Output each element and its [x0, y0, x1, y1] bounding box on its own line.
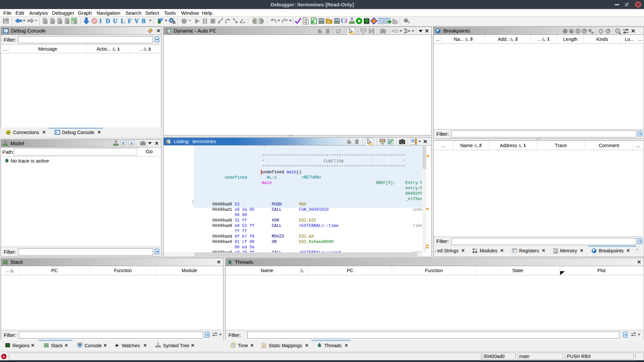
svg-text:10: 10 [305, 19, 307, 21]
svg-text:E: E [122, 141, 125, 146]
svg-text:DT: DT [327, 21, 331, 23]
svg-text:01: 01 [555, 251, 557, 253]
svg-text:01: 01 [305, 21, 307, 24]
svg-text:A: A [130, 141, 133, 146]
